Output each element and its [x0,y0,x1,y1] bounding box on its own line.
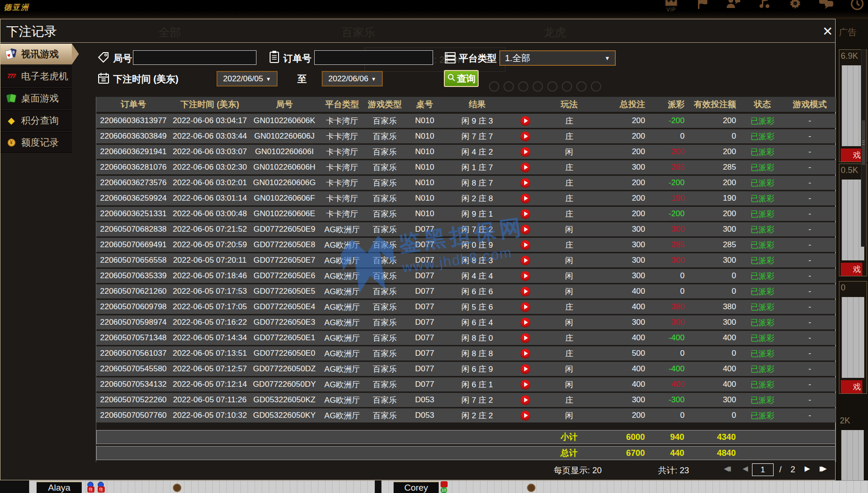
summary-cell: 4840 [689,446,741,460]
gear-icon[interactable] [786,0,804,10]
table-cell: 2022-06-05 07:12:14 [170,377,249,391]
table-cell: 2022-06-05 07:11:26 [170,393,249,407]
play-video-icon[interactable] [520,380,530,390]
play-video-icon[interactable] [520,271,530,281]
prev-page-icon[interactable]: ◀ [743,464,748,473]
table-cell: D077 [405,238,444,252]
close-icon[interactable]: ✕ [820,24,836,39]
table-cell: -200 [650,176,690,190]
play-video-icon[interactable] [520,225,530,235]
play-video-icon[interactable] [520,178,530,188]
last-page-icon[interactable]: ▶▶ [820,464,831,473]
table-row: 2206060362919412022-06-06 03:03:07GN0102… [96,145,836,159]
sidebar-item-quota[interactable]: ¥ 额度记录 [0,132,72,153]
table-cell: 2022-06-06 03:02:30 [170,160,249,174]
result-video-cell [510,393,541,407]
table-cell: N010 [405,176,444,190]
table-cell: - [784,346,836,360]
table-cell: GD053226050KZ [249,393,320,407]
first-page-icon[interactable]: ◀◀ [724,464,735,473]
customer-service-icon[interactable] [724,0,742,10]
gem-icon: ◆ [4,115,18,126]
table-cell: AG欧洲厅 [319,253,364,267]
column-header: 桌号 [405,97,444,112]
result-video-cell [510,114,541,128]
table-cell: 380 [650,300,690,314]
column-header [510,97,541,112]
table-cell: 闲 9 庄 1 [444,207,510,221]
sidebar-item-points[interactable]: ◆ 积分查询 [0,110,72,131]
table-cell: GN0102260606F [249,191,320,205]
table-cell: 220606036259924 [96,191,170,205]
table-cell: 0 [689,269,741,283]
result-video-cell [510,284,541,298]
table-cell: AG欧洲厅 [319,315,364,329]
play-video-icon[interactable] [520,147,530,157]
play-video-icon[interactable] [520,395,530,405]
table-cell: 闲 8 庄 0 [444,331,510,345]
table-cell: 2022-06-06 03:01:14 [170,191,249,205]
play-video-icon[interactable] [520,287,530,297]
table-cell: 卡卡湾厅 [319,207,364,221]
play-video-icon[interactable] [520,302,530,312]
table-cell: 百家乐 [364,315,405,329]
vip-icon[interactable]: VIP [662,0,680,12]
table-cell: 200 [597,176,650,190]
table-cell: 190 [689,191,741,205]
date-to-picker[interactable]: 2022/06/06 ▼ [322,71,383,86]
platform-type-select[interactable]: 1.全部 ▼ [499,50,616,66]
query-button[interactable]: 查询 [444,70,479,87]
page-number-input[interactable]: 1 [752,463,774,476]
table-cell: 380 [689,300,741,314]
table-cell: 已派彩 [741,393,784,407]
sidebar-item-slots[interactable]: 777 电子老虎机 [0,66,72,86]
order-number-input[interactable] [314,50,433,65]
table-cell: 已派彩 [741,129,784,143]
table-cell: 百家乐 [364,145,405,159]
play-video-icon[interactable] [520,256,530,266]
play-video-icon[interactable] [520,163,530,172]
column-header: 订单号 [96,97,170,112]
play-video-icon[interactable] [520,411,530,421]
table-cell: - [784,393,836,407]
date-from-picker[interactable]: 2022/06/05 ▼ [217,71,278,86]
play-video-icon[interactable] [520,240,530,250]
modal-title-bar: 全部 百家乐 龙虎 下注记录 ✕ [0,19,835,43]
clock-icon[interactable] [848,0,866,11]
table-cell: - [784,284,836,298]
table-cell: 闲 [541,222,597,236]
sidebar-item-table-games[interactable]: 桌面游戏 [0,88,72,109]
table-cell: 庄 [541,160,597,174]
scrollbar-thumb[interactable] [862,120,865,165]
music-icon[interactable] [755,0,773,10]
play-video-icon[interactable] [520,349,530,359]
play-video-icon[interactable] [520,132,530,141]
play-video-icon[interactable] [520,209,530,219]
flag-icon[interactable] [693,0,711,10]
table-cell: 已派彩 [741,284,784,298]
sidebar-item-live-games[interactable]: 9♥ 视讯游戏 [0,44,72,64]
ad-ghost-label: 广告 [839,26,857,39]
chevron-down-icon: ▼ [266,76,271,82]
play-video-icon[interactable] [520,116,530,126]
table-cell: 200 [689,114,741,128]
lobby-scrollbar[interactable] [861,49,866,247]
table-cell: GD077226050E5 [249,284,320,298]
sidebar-item-label: 桌面游戏 [21,92,59,105]
play-video-icon[interactable] [520,194,530,203]
next-page-icon[interactable]: ▶ [805,464,810,473]
round-number-input[interactable] [133,50,256,65]
enter-game-button: 戏 [841,380,862,393]
table-cell: 卡卡湾厅 [319,129,364,143]
roadmap-grid [842,297,864,378]
play-video-icon[interactable] [520,333,530,343]
play-video-icon[interactable] [520,318,530,328]
chat-icon[interactable] [817,0,835,10]
table-row: 2206060362810762022-06-06 03:02:30GN0102… [96,160,836,174]
ghost-tab: 百家乐 [341,25,375,40]
play-video-icon[interactable] [520,364,530,374]
table-cell: 卡卡湾厅 [319,176,364,190]
table-cell: AG欧洲厅 [319,300,364,314]
table-cell: AG欧洲厅 [319,346,364,360]
seat-badge: 住 [87,486,94,493]
